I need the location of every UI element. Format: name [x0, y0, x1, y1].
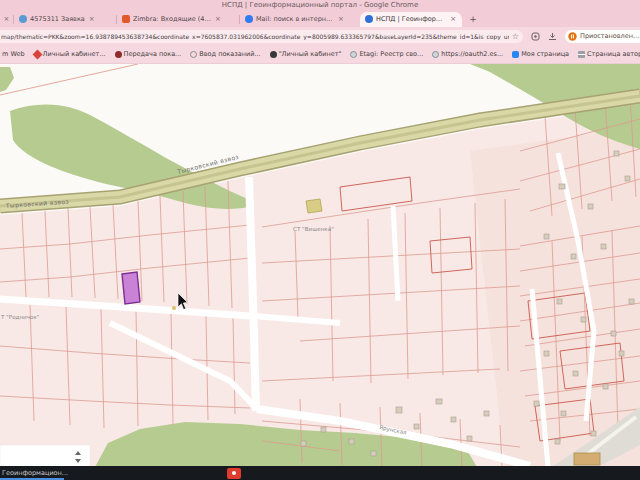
pause-icon	[568, 32, 577, 41]
close-icon[interactable]: ×	[3, 15, 11, 23]
tab-zimbra[interactable]: Zimbra: Входящие (4815) ×	[117, 12, 239, 27]
map-viewport: Тырковский взвоз Тырковский взвоз СТ "Ви…	[0, 64, 640, 466]
tab-bar: × 4575311 Заявка × Zimbra: Входящие (481…	[0, 10, 640, 27]
snt-label-center: СТ "Вишенка"	[293, 226, 334, 232]
taskbar: Геоинформацион...	[0, 466, 640, 480]
tab-label: Mail: поиск в интернете	[256, 15, 334, 23]
zimbra-favicon	[122, 15, 130, 23]
tab-mail[interactable]: Mail: поиск в интернете ×	[240, 12, 360, 27]
drop-icon	[115, 51, 122, 58]
bookmark-label: Передача пока...	[124, 50, 182, 58]
bookmark-item[interactable]: https://oauth2.es...	[432, 50, 503, 58]
bookmark-label: Etagi: Реестр сво...	[359, 50, 423, 58]
close-icon[interactable]: ×	[88, 15, 96, 23]
selected-parcel[interactable]	[122, 272, 140, 304]
taskbar-record-icon[interactable]	[227, 468, 241, 479]
url-text: map/thematic=PKK&zoom=16.938789453638734…	[1, 33, 509, 40]
bookmark-label: https://oauth2.es...	[441, 50, 503, 58]
extension-icon[interactable]	[531, 32, 540, 41]
globe-icon	[432, 51, 439, 58]
bookmark-label: Ввод показаний...	[199, 50, 260, 58]
window-titlebar[interactable]: НСПД | Геоинформационный портал - Google…	[0, 0, 640, 10]
bookmarks-bar: m Web Личный кабинет... Передача пока...…	[0, 46, 640, 64]
close-icon[interactable]: ×	[214, 15, 222, 23]
bookmark-item[interactable]: m Web	[2, 50, 25, 58]
tab-label: НСПД | Геоинформацион...	[376, 15, 446, 23]
ring-icon	[190, 51, 197, 58]
map-canvas[interactable]: Тырковский взвоз Тырковский взвоз СТ "Ви…	[0, 64, 640, 466]
bookmark-item[interactable]: Передача пока...	[115, 50, 182, 58]
paused-label: Приостановлен...	[580, 32, 639, 40]
tab-label: 4575311 Заявка	[30, 15, 85, 23]
tan-parcel	[306, 199, 322, 213]
bookmark-label: "Личный кабинет"	[279, 50, 342, 58]
url-bar[interactable]: map/thematic=PKK&zoom=16.938789453638734…	[0, 30, 523, 43]
bookmark-label: Моя страница	[521, 50, 569, 58]
bookmark-item[interactable]: Моя страница	[512, 50, 569, 58]
bookmark-item[interactable]: Etagi: Реестр сво...	[350, 50, 423, 58]
map-overlay-panel[interactable]	[0, 445, 90, 466]
bookmark-label: Страница автор...	[587, 50, 640, 58]
tan-building	[574, 453, 600, 465]
new-tab-button[interactable]: +	[466, 12, 480, 26]
download-icon[interactable]	[548, 32, 557, 41]
tan-dot	[172, 306, 176, 310]
desktop: НСПД | Геоинформационный портал - Google…	[0, 0, 640, 480]
close-icon[interactable]: ×	[337, 15, 345, 23]
red-flower-icon	[32, 49, 42, 59]
globe-icon	[350, 51, 357, 58]
bookmark-item[interactable]: Ввод показаний...	[190, 50, 260, 58]
taskbar-window-entry[interactable]: Геоинформацион...	[0, 469, 68, 477]
bookmark-label: m Web	[2, 50, 25, 58]
bookmark-item[interactable]: Страница автор...	[578, 50, 640, 58]
tab-zayavka[interactable]: 4575311 Заявка ×	[14, 12, 116, 27]
close-icon[interactable]: ×	[449, 15, 457, 23]
tab-partial-close[interactable]: ×	[0, 12, 13, 27]
bookmark-star-icon[interactable]: ☆	[512, 32, 519, 41]
bookmark-label: Личный кабинет...	[43, 50, 106, 58]
vk-icon	[512, 51, 519, 58]
profile-paused-button[interactable]: Приостановлен...	[565, 30, 640, 43]
mail-favicon	[245, 15, 253, 23]
tab-label: Zimbra: Входящие (4815)	[133, 15, 211, 23]
snt-label-left: Т "Родничок"	[0, 314, 40, 320]
bookmark-item[interactable]: Личный кабинет...	[34, 50, 106, 58]
grid-icon	[578, 51, 585, 58]
bookmark-item[interactable]: "Личный кабинет"	[270, 50, 342, 58]
nspd-favicon	[365, 15, 373, 23]
browser-toolbar: map/thematic=PKK&zoom=16.938789453638734…	[0, 27, 640, 46]
globe-icon	[270, 51, 277, 58]
tab-nspd-active[interactable]: НСПД | Геоинформацион... ×	[360, 12, 462, 27]
window-title: НСПД | Геоинформационный портал - Google…	[222, 1, 419, 9]
globe-favicon	[19, 15, 27, 23]
